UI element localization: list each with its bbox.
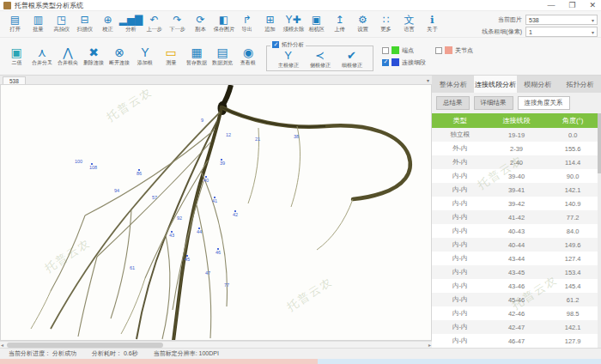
toolbar-button[interactable]: ↶ 上一步: [143, 15, 166, 33]
table-row[interactable]: 内-内 39-41 142.1: [432, 183, 601, 197]
segment-number-label: 108: [89, 165, 97, 170]
toolbar-button[interactable]: ⟳ 副本: [189, 15, 212, 33]
maximize-button[interactable]: ❐: [568, 1, 575, 10]
toolbar-button[interactable]: 文 语言: [398, 15, 421, 33]
table-row[interactable]: 内-内 42-46 98.5: [432, 306, 601, 320]
table-row[interactable]: 内-内 43-46 145.4: [432, 279, 601, 293]
minimize-button[interactable]: —: [547, 1, 555, 10]
overlay-checkbox[interactable]: [435, 47, 442, 54]
root-correction-icon: ✔: [347, 50, 356, 62]
toolbar-button-icon: ▤: [10, 15, 20, 26]
chevron-down-icon: ▾: [592, 29, 594, 35]
edit-toolbar-button[interactable]: ▤ 数据浏览: [209, 46, 235, 67]
toolbar-button[interactable]: ▤ 打开: [3, 15, 27, 33]
overlay-checkbox[interactable]: [382, 47, 389, 54]
cell-type: 内-内: [432, 293, 489, 306]
toolbar-button[interactable]: ⊕ 校正: [96, 15, 119, 33]
cell-angle: 114.4: [544, 155, 601, 169]
vertical-scrollbar[interactable]: [598, 113, 601, 348]
toolbar-button-icon: ↷: [173, 15, 181, 26]
root-correction-button[interactable]: ≺ 侧根修正: [304, 50, 336, 70]
toolbar-button-icon: ▂▅▇: [119, 15, 143, 26]
edit-toolbar-button[interactable]: ⋏ 合并分叉: [29, 46, 55, 67]
table-row[interactable]: 内-内 40-43 84.0: [432, 224, 601, 238]
table-row[interactable]: 外-内 2-39 155.6: [432, 142, 601, 155]
toolbar-button[interactable]: ◧ 保存图片: [212, 15, 235, 33]
edit-toolbar-button[interactable]: ▣ 二值: [3, 46, 29, 67]
analysis-tab[interactable]: 拓扑分析: [559, 76, 601, 93]
result-button[interactable]: 连接角度关系: [518, 96, 570, 110]
document-tab[interactable]: 538: [3, 76, 26, 84]
result-button[interactable]: 总结果: [436, 96, 470, 110]
toolbar-button[interactable]: ↷ 下一步: [166, 15, 189, 33]
edit-toolbar-button[interactable]: ⋀ 合并根尖: [55, 46, 81, 67]
toolbar-button[interactable]: ▥ 批量: [27, 15, 50, 33]
edit-toolbar-button[interactable]: Y 添加根: [132, 46, 158, 67]
table-row[interactable]: 内-内 40-44 149.6: [432, 238, 601, 252]
analysis-tab[interactable]: 模糊分析: [517, 76, 559, 93]
edit-toolbar-button[interactable]: ✖ 删除连接: [81, 46, 106, 67]
toolbar-button[interactable]: ↱ 导出: [235, 15, 258, 33]
horizontal-scrollbar-thumb[interactable]: [7, 343, 163, 348]
cell-type: 内-内: [432, 252, 489, 265]
table-row[interactable]: 内-内 43-44 127.4: [432, 252, 601, 265]
root-image-canvas[interactable]: 托普云农 托普云农 托普云农 9 12 21 38: [0, 84, 432, 341]
toolbar-button[interactable]: ⚙ 设置: [351, 15, 374, 33]
overlay-checkbox[interactable]: [382, 59, 389, 66]
toolbar-button[interactable]: ⊟ 扫描仪: [73, 15, 96, 33]
cell-type: 内-内: [432, 210, 489, 224]
edit-toolbar-button[interactable]: ◉ 查看根: [235, 46, 261, 67]
scroll-left-icon[interactable]: ◂: [1, 342, 3, 349]
table-row[interactable]: 内-内 46-47 127.9: [432, 334, 601, 348]
segment-number-label: 46: [216, 250, 221, 255]
table-row[interactable]: 内-内 42-47 142.1: [432, 320, 601, 334]
table-row[interactable]: 外-内 2-40 114.4: [432, 155, 601, 169]
overlay-checkbox-item[interactable]: 端点: [382, 46, 435, 55]
edit-toolbar-button[interactable]: ▦ 暂存数据: [184, 46, 209, 67]
toolbar-button[interactable]: ↥ 上传: [328, 15, 351, 33]
topology-analysis-group: 拓扑分析 Y 主根修正 ≺ 侧根修正 ✔ 细根修正: [266, 46, 373, 71]
table-row[interactable]: 内-内 39-40 90.0: [432, 169, 601, 183]
toolbar-button-icon: ⚙: [358, 15, 367, 26]
tabstrip-dropdown-icon[interactable]: ▾: [427, 77, 429, 83]
topology-analysis-checkbox[interactable]: [272, 41, 279, 48]
edit-toolbar-button[interactable]: ▭ 测量: [158, 46, 184, 67]
table-row[interactable]: 独立根 19-19 0.0: [432, 128, 601, 142]
overlay-label: 连接细段: [402, 58, 426, 67]
root-correction-button[interactable]: Y 主根修正: [272, 50, 304, 70]
segment-number-label: 57: [152, 195, 157, 200]
toolbar-button-label: 分析: [125, 26, 136, 33]
analysis-tab[interactable]: 整体分析: [432, 76, 474, 93]
toolbar-button[interactable]: ▂▅▇ 分析: [119, 15, 143, 33]
edit-toolbar-button-icon: ⋏: [38, 46, 46, 59]
table-row[interactable]: 内-内 39-42 140.9: [432, 197, 601, 210]
scroll-right-icon[interactable]: ▸: [428, 342, 431, 349]
horizontal-scrollbar[interactable]: ◂ ▸: [0, 341, 432, 348]
segment-number-label: 100: [75, 159, 82, 164]
line-width-select[interactable]: 1 ▾: [525, 27, 598, 37]
toolbar-button[interactable]: Y✚ 须根去除: [282, 15, 305, 33]
overlay-checkbox-item[interactable]: 连接细段: [382, 58, 502, 67]
toolbar-button[interactable]: ∷ 更多: [374, 15, 398, 33]
segment-number-label: 45: [185, 257, 190, 262]
toolbar-button-icon: ∷: [383, 15, 390, 26]
close-button[interactable]: ✕: [589, 1, 596, 10]
toolbar-button[interactable]: ▣ 相机区: [305, 15, 328, 33]
toolbar-button[interactable]: ℹ 关于: [421, 15, 444, 33]
overlay-checkbox-item[interactable]: 关节点: [435, 46, 495, 55]
analysis-tab[interactable]: 连接线段分析: [474, 76, 516, 93]
table-row[interactable]: 内-内 41-42 77.2: [432, 210, 601, 224]
vertical-scrollbar-thumb[interactable]: [598, 113, 601, 173]
app-title: 托普根系类型分析系统: [15, 1, 83, 10]
edit-toolbar-button[interactable]: ⊗ 断开连接: [106, 46, 132, 67]
table-header-cell: 角度(°): [544, 113, 601, 128]
toolbar-button[interactable]: ⊞ 追加: [258, 15, 282, 33]
root-correction-button[interactable]: ✔ 细根修正: [336, 50, 367, 70]
cell-angle: 61.2: [544, 293, 601, 306]
result-button[interactable]: 详细结果: [474, 96, 513, 110]
table-row[interactable]: 内-内 43-45 153.4: [432, 265, 601, 279]
current-image-select[interactable]: 538 ▾: [525, 15, 598, 25]
overlay-color-swatch: [392, 46, 399, 54]
toolbar-button[interactable]: ◳ 高拍仪: [50, 15, 73, 33]
table-row[interactable]: 内-内 45-46 61.2: [432, 293, 601, 306]
